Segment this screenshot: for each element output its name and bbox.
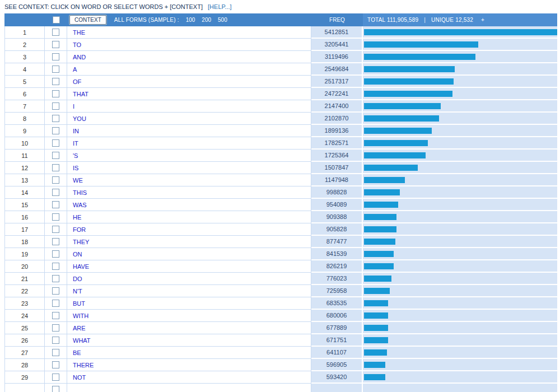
rank-cell: 21: [4, 273, 45, 285]
word-checkbox[interactable]: [52, 374, 59, 381]
word-checkbox[interactable]: [52, 176, 59, 184]
word-link[interactable]: THAT: [73, 91, 88, 97]
word-checkbox[interactable]: [52, 312, 59, 319]
word-link[interactable]: A: [73, 66, 77, 73]
checkbox-cell: [45, 347, 67, 359]
table-row: 24WITH680006: [4, 310, 557, 322]
word-checkbox[interactable]: [52, 41, 59, 48]
word-link[interactable]: NOT: [73, 374, 86, 381]
word-checkbox[interactable]: [52, 90, 59, 97]
word-link[interactable]: I: [73, 103, 74, 110]
bar-cell: [363, 186, 557, 199]
freq-cell: 596905: [311, 359, 363, 371]
help-link[interactable]: [HELP...]: [208, 3, 232, 10]
sample-200-link[interactable]: 200: [202, 17, 211, 23]
word-link[interactable]: BUT: [73, 300, 85, 307]
freq-cell: 1725364: [311, 150, 363, 162]
checkbox-cell: [45, 310, 67, 322]
word-link[interactable]: HE: [73, 214, 81, 221]
word-cell: BUT: [67, 297, 311, 310]
freq-cell: 3205441: [311, 39, 363, 51]
word-link[interactable]: WE: [73, 177, 83, 184]
word-checkbox[interactable]: [52, 238, 59, 245]
word-checkbox[interactable]: [52, 66, 59, 73]
word-link[interactable]: 'S: [73, 152, 78, 159]
word-checkbox[interactable]: [52, 102, 59, 110]
word-link[interactable]: N'T: [73, 288, 82, 295]
word-link[interactable]: BE: [73, 349, 81, 356]
word-link[interactable]: THEY: [73, 239, 89, 245]
word-link[interactable]: DO: [73, 276, 82, 282]
expand-plus-button[interactable]: +: [481, 17, 484, 23]
word-link[interactable]: OF: [73, 78, 81, 85]
word-checkbox[interactable]: [52, 213, 59, 221]
word-checkbox[interactable]: [52, 337, 59, 344]
word-checkbox[interactable]: [52, 324, 59, 332]
word-cell: ARE: [67, 322, 311, 334]
word-checkbox[interactable]: [52, 287, 59, 295]
rank-cell: 28: [4, 359, 45, 371]
word-cell: ON: [67, 248, 311, 260]
word-checkbox[interactable]: [52, 250, 59, 258]
checkbox-cell: [45, 63, 67, 76]
word-link[interactable]: IN: [73, 128, 79, 134]
bar-cell: [363, 322, 557, 334]
word-checkbox[interactable]: [52, 275, 59, 282]
select-all-cell: [45, 13, 67, 26]
word-cell: DO: [67, 273, 311, 285]
bar-cell: [363, 150, 557, 162]
word-checkbox[interactable]: [52, 139, 59, 147]
word-link[interactable]: IT: [73, 140, 78, 147]
word-link[interactable]: IS: [73, 165, 78, 171]
table-row: 14THIS998828: [4, 186, 557, 199]
bar-cell: [363, 310, 557, 322]
word-link[interactable]: ON: [73, 251, 82, 258]
word-checkbox[interactable]: [52, 263, 59, 270]
word-cell: YOU: [67, 113, 311, 125]
word-checkbox[interactable]: [52, 127, 59, 134]
bar-cell: [363, 211, 557, 223]
word-checkbox[interactable]: [52, 226, 59, 233]
rank-cell: 19: [4, 248, 45, 260]
sample-500-link[interactable]: 500: [218, 17, 227, 23]
table-row: 1THE5412851: [4, 26, 557, 39]
all-forms-label: ALL FORMS (SAMPLE) :: [114, 17, 179, 23]
word-checkbox[interactable]: [52, 53, 59, 60]
word-checkbox[interactable]: [52, 386, 59, 392]
word-checkbox[interactable]: [52, 189, 59, 196]
word-link[interactable]: THIS: [73, 189, 87, 196]
word-checkbox[interactable]: [52, 201, 59, 208]
bar-cell: [363, 285, 557, 297]
rank-cell: 2: [4, 39, 45, 51]
word-link[interactable]: YOU: [73, 115, 86, 122]
word-checkbox[interactable]: [52, 349, 59, 356]
word-cell: IT: [67, 137, 311, 150]
word-link[interactable]: THERE: [73, 362, 94, 368]
word-checkbox[interactable]: [52, 164, 59, 171]
word-link[interactable]: HAVE: [73, 263, 89, 270]
word-link[interactable]: WAS: [73, 202, 87, 208]
word-checkbox[interactable]: [52, 78, 59, 85]
word-link[interactable]: TO: [73, 41, 81, 48]
word-link[interactable]: WITH: [73, 312, 88, 319]
context-button[interactable]: CONTEXT: [69, 15, 106, 25]
freq-bar: [364, 374, 385, 380]
word-checkbox[interactable]: [52, 152, 59, 159]
word-link[interactable]: THE: [73, 29, 85, 36]
word-checkbox[interactable]: [52, 361, 59, 368]
sample-100-link[interactable]: 100: [186, 17, 195, 23]
word-link[interactable]: ARE: [73, 325, 86, 332]
freq-bar: [364, 152, 426, 158]
word-checkbox[interactable]: [52, 300, 59, 307]
table-row: 26WHAT671751: [4, 334, 557, 347]
freq-cell: 877477: [311, 236, 363, 248]
word-link[interactable]: AND: [73, 54, 86, 60]
word-checkbox[interactable]: [52, 29, 59, 36]
select-all-checkbox[interactable]: [53, 16, 60, 24]
bar-cell: [363, 297, 557, 310]
table-row: 15WAS954089: [4, 199, 557, 211]
word-checkbox[interactable]: [52, 115, 59, 122]
word-link[interactable]: FOR: [73, 226, 86, 233]
word-link[interactable]: WHAT: [73, 337, 91, 344]
word-cell: TO: [67, 39, 311, 51]
